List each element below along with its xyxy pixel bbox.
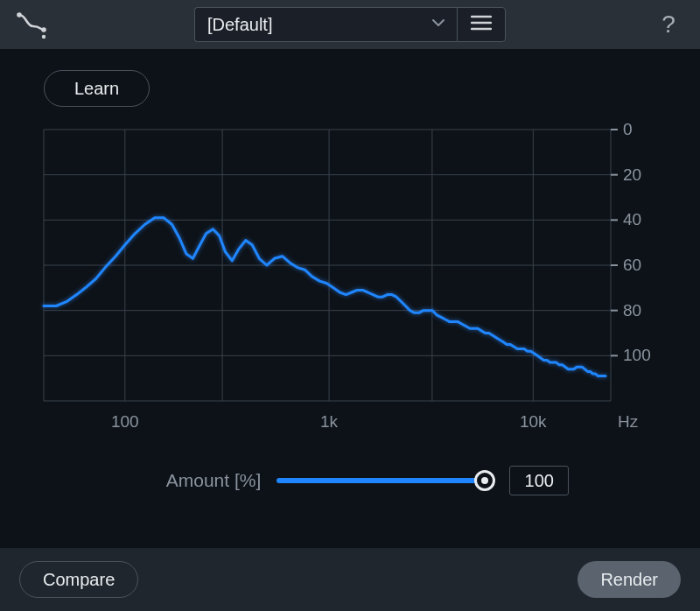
help-icon: ? (662, 11, 676, 39)
svg-text:100: 100 (111, 412, 139, 431)
hamburger-icon (471, 15, 492, 34)
svg-text:Hz: Hz (618, 412, 638, 431)
amount-value-input[interactable]: 100 (509, 466, 569, 495)
svg-text:10k: 10k (520, 412, 547, 431)
bottom-bar: Compare Render (0, 548, 700, 611)
svg-text:40: 40 (623, 210, 641, 228)
svg-point-2 (42, 35, 46, 39)
svg-text:60: 60 (623, 256, 641, 274)
svg-text:80: 80 (623, 301, 641, 320)
amount-slider[interactable] (276, 470, 494, 491)
preset-name: [Default] (207, 15, 272, 35)
render-label: Render (600, 570, 658, 590)
main-panel: Learn 0204060801001001k10kHz Amount [%] … (0, 49, 700, 495)
module-logo-icon (14, 9, 49, 40)
learn-button[interactable]: Learn (44, 70, 150, 107)
render-button[interactable]: Render (578, 561, 681, 598)
amount-label: Amount [%] (166, 470, 262, 491)
slider-thumb[interactable] (474, 470, 495, 491)
help-button[interactable]: ? (651, 7, 686, 42)
svg-text:20: 20 (623, 165, 641, 184)
compare-button[interactable]: Compare (19, 561, 138, 598)
svg-text:100: 100 (623, 346, 651, 364)
preset-menu-button[interactable] (457, 7, 506, 42)
chevron-down-icon (430, 15, 446, 35)
svg-text:0: 0 (623, 123, 633, 138)
top-bar: [Default] ? (0, 0, 700, 49)
topbar-center: [Default] (60, 7, 640, 42)
learn-label: Learn (74, 79, 119, 99)
amount-control: Amount [%] 100 (70, 466, 665, 495)
spectrum-chart: 0204060801001001k10kHz (35, 123, 665, 446)
preset-dropdown[interactable]: [Default] (194, 7, 457, 42)
svg-text:1k: 1k (320, 412, 339, 431)
slider-track (276, 478, 494, 483)
spectrum-svg[interactable]: 0204060801001001k10kHz (35, 123, 665, 446)
compare-label: Compare (43, 570, 115, 590)
